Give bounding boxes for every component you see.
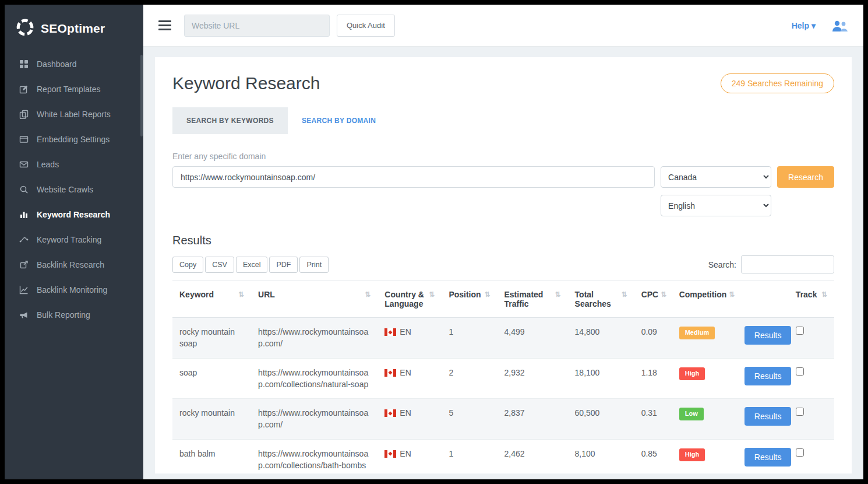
website-url-input[interactable]	[184, 15, 330, 37]
cell-cpc: 1.18	[634, 358, 672, 399]
row-results-button[interactable]: Results	[744, 448, 792, 467]
cell-position: 1	[442, 318, 497, 359]
sort-icon[interactable]: ⇅	[484, 290, 490, 300]
megaphone-icon	[19, 310, 29, 320]
tab-search-by-keywords[interactable]: SEARCH BY KEYWORDS	[172, 107, 288, 134]
table-search-label: Search:	[708, 260, 736, 269]
table-row: rocky mountain soap https://www.rockymou…	[172, 318, 834, 359]
table-row: soap https://www.rockymountainsoap.com/c…	[172, 358, 834, 399]
sort-icon[interactable]: ⇅	[365, 290, 371, 300]
sort-icon[interactable]: ⇅	[661, 290, 666, 300]
sidebar-item-dashboard[interactable]: Dashboard	[5, 51, 143, 76]
sidebar-item-label: Embedding Settings	[37, 135, 110, 144]
row-results-button[interactable]: Results	[744, 326, 792, 345]
domain-input[interactable]	[172, 166, 655, 188]
table-header-row: Keyword⇅ URL⇅ Country & Language⇅ Positi…	[172, 281, 834, 318]
sidebar-item-white-label-reports[interactable]: White Label Reports	[5, 101, 143, 127]
sidebar-item-website-crawls[interactable]: Website Crawls	[5, 177, 143, 202]
help-label: Help	[792, 21, 809, 30]
dashboard-icon	[19, 59, 29, 69]
excel-button[interactable]: Excel	[236, 257, 268, 273]
hamburger-menu-icon[interactable]	[158, 20, 171, 30]
white-label-reports-icon	[19, 109, 29, 119]
cell-cpc: 0.85	[634, 439, 672, 474]
app-window: SEOptimer Dashboard Report Templates Whi…	[5, 5, 863, 479]
column-header-cpc[interactable]: CPC⇅	[634, 281, 672, 318]
table-row: rocky mountain https://www.rockymountain…	[172, 399, 834, 440]
cell-competition: High	[672, 439, 738, 474]
sidebar-item-label: Report Templates	[37, 85, 100, 94]
seoptimer-logo-icon	[15, 17, 35, 40]
sort-icon[interactable]: ⇅	[622, 290, 627, 300]
column-header-total-searches[interactable]: Total Searches⇅	[568, 281, 634, 318]
country-select[interactable]: Canada	[661, 166, 771, 188]
column-header-track[interactable]: Track⇅	[789, 281, 834, 318]
sort-icon[interactable]: ⇅	[555, 290, 561, 300]
bar-chart-icon	[19, 209, 29, 219]
column-header-competition[interactable]: Competition⇅	[672, 281, 738, 318]
cell-keyword: rocky mountain soap	[172, 318, 251, 359]
cell-action: Results	[738, 358, 789, 399]
pdf-button[interactable]: PDF	[269, 257, 298, 273]
copy-button[interactable]: Copy	[172, 257, 203, 273]
cell-country-language: EN	[377, 399, 442, 440]
sidebar-item-backlink-research[interactable]: Backlink Research	[5, 252, 143, 277]
main-area: Quick Audit Help ▾ Keyword Research 249 …	[143, 5, 863, 479]
column-header-estimated-traffic[interactable]: Estimated Traffic⇅	[497, 281, 567, 318]
cell-total-searches: 18,100	[568, 358, 634, 399]
cell-position: 1	[442, 439, 497, 474]
competition-badge: High	[679, 448, 705, 461]
sidebar-item-report-templates[interactable]: Report Templates	[5, 76, 143, 101]
cell-action: Results	[738, 399, 789, 440]
cell-country-language: EN	[377, 318, 442, 359]
tab-search-by-domain[interactable]: SEARCH BY DOMAIN	[288, 107, 390, 134]
cell-action: Results	[738, 439, 789, 474]
row-results-button[interactable]: Results	[744, 407, 792, 426]
sort-icon[interactable]: ⇅	[238, 290, 244, 300]
sidebar-item-keyword-tracking[interactable]: Keyword Tracking	[5, 227, 143, 252]
column-header-country-language[interactable]: Country & Language⇅	[377, 281, 442, 318]
cell-track	[789, 358, 834, 399]
sidebar-scrollbar[interactable]	[140, 55, 143, 136]
sidebar-item-label: Backlink Monitoring	[37, 285, 107, 294]
sort-icon[interactable]: ⇅	[821, 290, 827, 300]
column-header-position[interactable]: Position⇅	[442, 281, 497, 318]
keyword-research-card: Keyword Research 249 Searches Remaining …	[155, 57, 852, 474]
sidebar-item-bulk-reporting[interactable]: Bulk Reporting	[5, 302, 143, 327]
canada-flag-icon	[384, 369, 396, 377]
track-checkbox[interactable]	[796, 408, 804, 416]
logo[interactable]: SEOptimer	[5, 5, 143, 51]
topbar: Quick Audit Help ▾	[143, 5, 863, 47]
cell-estimated-traffic: 2,837	[497, 399, 567, 440]
track-checkbox[interactable]	[796, 367, 804, 376]
quick-audit-button[interactable]: Quick Audit	[337, 15, 395, 37]
logo-text: SEOptimer	[41, 22, 105, 36]
sidebar-item-label: Backlink Research	[37, 260, 104, 269]
sidebar-item-backlink-monitoring[interactable]: Backlink Monitoring	[5, 277, 143, 302]
canada-flag-icon	[384, 450, 396, 458]
table-search-input[interactable]	[741, 255, 834, 273]
cell-cpc: 0.31	[634, 399, 672, 440]
cell-url: https://www.rockymountainsoap.com/collec…	[251, 358, 377, 399]
column-header-keyword[interactable]: Keyword⇅	[172, 281, 251, 318]
csv-button[interactable]: CSV	[205, 257, 234, 273]
research-button[interactable]: Research	[777, 166, 834, 188]
cell-total-searches: 14,800	[568, 318, 634, 359]
language-select[interactable]: English	[661, 195, 771, 216]
sort-icon[interactable]: ⇅	[729, 290, 735, 300]
sidebar-item-keyword-research[interactable]: Keyword Research	[5, 202, 143, 227]
sidebar-item-label: Bulk Reporting	[37, 310, 90, 320]
row-results-button[interactable]: Results	[744, 367, 792, 385]
help-menu[interactable]: Help ▾	[792, 21, 816, 30]
print-button[interactable]: Print	[299, 257, 329, 273]
column-header-url[interactable]: URL⇅	[251, 281, 377, 318]
account-users-icon[interactable]	[831, 19, 848, 32]
sidebar-item-label: Website Crawls	[37, 185, 93, 194]
track-checkbox[interactable]	[796, 327, 804, 335]
report-templates-icon	[19, 84, 29, 94]
sort-icon[interactable]: ⇅	[429, 290, 435, 300]
sidebar-item-embedding-settings[interactable]: Embedding Settings	[5, 127, 143, 152]
tracking-line-icon	[19, 234, 29, 244]
sidebar-item-leads[interactable]: Leads	[5, 152, 143, 177]
track-checkbox[interactable]	[796, 448, 804, 457]
